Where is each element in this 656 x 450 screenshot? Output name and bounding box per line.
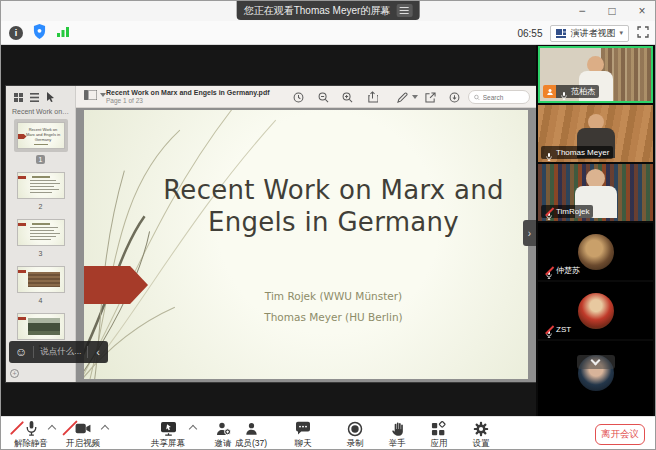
thumbnail-slide-3[interactable] (17, 219, 65, 246)
start-video-button[interactable]: 开启视频 (59, 420, 107, 450)
pdf-search-field[interactable] (468, 90, 530, 104)
screen-watching-pill[interactable]: 您正在观看Thomas Meyer的屏幕 (237, 1, 420, 20)
thumbnail-slide-1[interactable]: Recent Work on Marx and Engels in German… (14, 119, 68, 152)
apps-grid-icon (415, 420, 463, 437)
mini-red-bar (18, 223, 26, 226)
speaker-view-icon (556, 29, 566, 38)
host-badge-icon (543, 85, 556, 98)
mini-red-bar (18, 176, 26, 179)
mic-icon (545, 148, 553, 157)
thumbnail-slide-2[interactable] (17, 172, 65, 199)
pdf-viewer-window: Recent Work on Marx an... Recent Work on… (6, 86, 536, 382)
pdf-toolbar: Recent Work on Marx and Engels in German… (76, 86, 536, 108)
chat-button[interactable]: 聊天 (279, 420, 327, 450)
collapse-left-icon[interactable]: ‹ (94, 346, 102, 358)
next-page-button[interactable]: › (523, 220, 536, 246)
slide-decoration (84, 110, 528, 379)
minimize-button[interactable]: − (575, 1, 589, 21)
cursor-icon[interactable] (46, 92, 55, 102)
titlebar: 您正在观看Thomas Meyer的屏幕 − □ × (1, 1, 655, 21)
thumbnail-slide-4[interactable] (17, 266, 65, 293)
share-screen-icon (144, 420, 192, 437)
share-export-icon[interactable] (365, 90, 379, 104)
participant-name: 仲楚苏 (556, 265, 580, 276)
mic-muted-icon (545, 207, 553, 216)
participant-name: ZST (556, 325, 571, 334)
record-button[interactable]: 录制 (331, 420, 379, 450)
zoom-out-icon[interactable] (316, 90, 330, 104)
video-tile[interactable]: 仲楚苏 (538, 223, 653, 280)
participants-button[interactable]: 成员(37) (227, 420, 275, 450)
speaker-view-button[interactable]: 演讲者视图 ▾ (550, 25, 629, 42)
thumbnail-slide-5[interactable] (17, 313, 65, 340)
pdf-page-view: Recent Work on Marx and Engels in German… (76, 108, 536, 382)
search-input[interactable] (483, 94, 524, 101)
video-tile[interactable]: TimRojek (538, 164, 653, 221)
unmute-button[interactable]: 解除静音 (7, 420, 55, 450)
mini-photo (28, 318, 60, 335)
video-tile[interactable]: Thomas Meyer (538, 105, 653, 162)
record-icon (331, 420, 379, 437)
zoom-in-icon[interactable] (340, 90, 354, 104)
participant-name: 范柏杰 (571, 86, 595, 97)
reaction-bar[interactable]: ☺ 说点什么... ‹ (9, 341, 108, 363)
participant-video-strip: 范柏杰 Thomas Meyer (536, 45, 656, 416)
open-in-icon[interactable] (423, 90, 437, 104)
video-tile[interactable]: 范柏杰 (538, 46, 653, 103)
grid-view-icon[interactable] (14, 93, 23, 102)
gear-icon (457, 420, 505, 437)
chevron-down-icon: ▾ (619, 29, 623, 37)
security-shield-icon[interactable] (33, 24, 46, 43)
page-number: 2 (39, 202, 43, 211)
annotate-pen-icon[interactable] (395, 90, 409, 104)
connection-signal-icon (56, 24, 70, 42)
speaker-view-label: 演讲者视图 (570, 27, 615, 40)
sidebar-toggle-icon[interactable] (84, 90, 97, 100)
avatar (578, 293, 614, 329)
close-button[interactable]: × (635, 1, 649, 21)
raised-hand-icon (373, 420, 421, 437)
history-clock-icon[interactable] (291, 90, 305, 104)
meeting-toolbar: 解除静音 开启视频 共享屏幕 邀请 (1, 416, 656, 450)
sidebar-footer-icon[interactable]: + (10, 369, 19, 378)
pdf-page-info: Page 1 of 23 (106, 97, 270, 104)
fullscreen-icon[interactable] (637, 24, 649, 42)
person-icon (227, 420, 275, 437)
download-icon[interactable] (447, 90, 461, 104)
mic-muted-icon (545, 325, 553, 334)
apps-button[interactable]: 应用 (415, 420, 463, 450)
meeting-info-icon[interactable]: i (9, 26, 23, 40)
chat-bubble-icon (279, 420, 327, 437)
maximize-button[interactable]: □ (605, 1, 619, 21)
settings-button[interactable]: 设置 (457, 420, 505, 450)
menu-icon[interactable] (396, 4, 412, 17)
mini-red-bar (18, 270, 26, 273)
collapse-videos-button[interactable] (577, 355, 615, 369)
mic-icon (560, 87, 568, 96)
share-screen-button[interactable]: 共享屏幕 (144, 420, 192, 450)
say-something-placeholder[interactable]: 说点什么... (40, 346, 81, 358)
mic-muted-icon (545, 266, 553, 275)
meeting-timer: 06:55 (517, 28, 542, 39)
video-tile[interactable]: ZST (538, 282, 653, 339)
meeting-info-bar: i 06:55 演讲者视图 ▾ (1, 21, 655, 45)
video-tile[interactable] (538, 341, 653, 416)
shared-screen-area: Recent Work on Marx an... Recent Work on… (1, 45, 656, 416)
list-view-icon[interactable] (30, 93, 39, 102)
mini-image (28, 272, 60, 287)
leave-meeting-button[interactable]: 离开会议 (595, 424, 645, 445)
page-number: 3 (39, 249, 43, 258)
meeting-window: 您正在观看Thomas Meyer的屏幕 − □ × i 06:55 演讲者视图… (0, 0, 656, 450)
slide-authors: Tim Rojek (WWU Münster) Thomas Meyer (HU… (144, 286, 523, 328)
slide-page: Recent Work on Marx and Engels in German… (84, 110, 528, 379)
page-number: 1 (36, 155, 46, 164)
screen-watching-label: 您正在观看Thomas Meyer的屏幕 (244, 4, 391, 18)
raise-hand-button[interactable]: 举手 (373, 420, 421, 450)
pdf-filename: Recent Work on Marx and Engels in German… (106, 89, 270, 96)
thumbnail-title-text: Recent Work on Marx and Engels in German… (18, 123, 64, 142)
chevron-down-icon[interactable] (408, 90, 422, 104)
smiley-icon[interactable]: ☺ (15, 345, 27, 359)
pdf-sidebar-title: Recent Work on Marx an... (6, 106, 75, 119)
participant-name: TimRojek (556, 207, 589, 216)
participant-name: Thomas Meyer (556, 148, 609, 157)
